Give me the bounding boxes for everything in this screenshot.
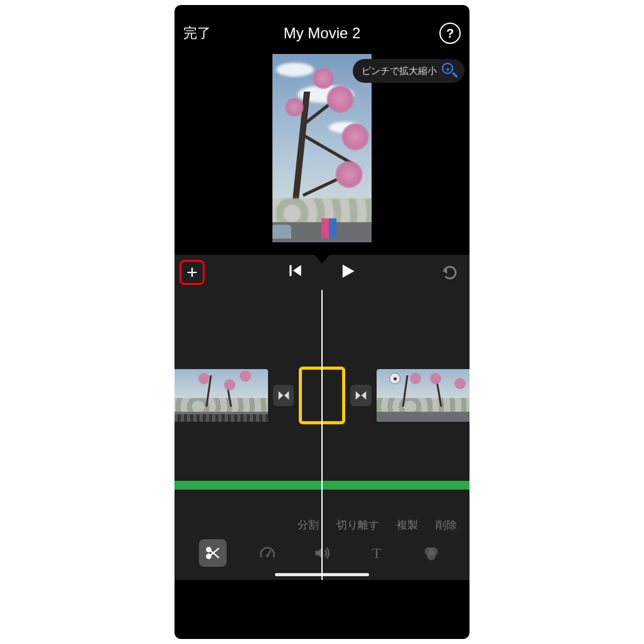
- svg-marker-1: [293, 265, 301, 276]
- svg-marker-4: [278, 391, 283, 399]
- svg-point-18: [427, 552, 436, 561]
- pinch-zoom-label: ピンチで拡大縮小: [362, 65, 437, 77]
- svg-text:T: T: [372, 545, 382, 561]
- plus-icon: +: [186, 263, 198, 282]
- transition-button-2[interactable]: [350, 385, 372, 406]
- svg-rect-0: [289, 265, 291, 276]
- playhead-line: [321, 290, 323, 580]
- transition-button-1[interactable]: [273, 385, 294, 406]
- imovie-editor-screen: 完了 My Movie 2 ? ピンチで拡大縮小 + +: [174, 5, 470, 639]
- zoom-in-icon: +: [442, 63, 458, 79]
- transition-icon: [355, 389, 367, 402]
- play-button[interactable]: [339, 262, 357, 282]
- clip-1[interactable]: [174, 369, 268, 422]
- skip-to-start-button[interactable]: [287, 262, 304, 282]
- svg-marker-2: [343, 265, 355, 278]
- preview-area[interactable]: ピンチで拡大縮小 +: [174, 54, 470, 255]
- split-action[interactable]: 分割: [298, 518, 319, 532]
- skip-back-icon: [287, 262, 304, 279]
- project-title: My Movie 2: [284, 24, 361, 42]
- svg-marker-6: [355, 391, 360, 399]
- help-button[interactable]: ?: [439, 23, 461, 44]
- done-button[interactable]: 完了: [183, 24, 211, 43]
- undo-icon: [441, 264, 459, 281]
- filter-tool-button[interactable]: [417, 539, 445, 567]
- svg-point-13: [266, 555, 269, 557]
- undo-button[interactable]: [441, 264, 459, 284]
- svg-marker-7: [362, 391, 367, 399]
- playhead-marker-icon: [314, 255, 330, 264]
- cut-tool-button[interactable]: [199, 539, 227, 567]
- add-media-button[interactable]: +: [180, 260, 205, 285]
- preview-video-frame: [272, 54, 372, 242]
- speedometer-icon: [259, 544, 276, 562]
- scissors-icon: [205, 545, 221, 561]
- filter-icon: [422, 544, 440, 562]
- clip-3[interactable]: [377, 369, 470, 422]
- duplicate-action[interactable]: 複製: [397, 518, 418, 532]
- delete-action[interactable]: 削除: [436, 518, 457, 532]
- pinch-zoom-tip[interactable]: ピンチで拡大縮小 +: [353, 59, 464, 83]
- svg-marker-5: [284, 391, 289, 399]
- timeline[interactable]: 分割 切り離す 複製 削除: [174, 290, 470, 580]
- speed-tool-button[interactable]: [254, 539, 281, 567]
- play-icon: [339, 262, 357, 280]
- text-tool-button[interactable]: T: [363, 539, 390, 567]
- playback-controls: +: [174, 255, 470, 290]
- transition-icon: [277, 389, 290, 402]
- text-icon: T: [368, 545, 385, 561]
- clip-audio-indicator-icon: [389, 373, 400, 384]
- detach-action[interactable]: 切り離す: [336, 518, 379, 532]
- header-bar: 完了 My Movie 2 ?: [174, 5, 470, 54]
